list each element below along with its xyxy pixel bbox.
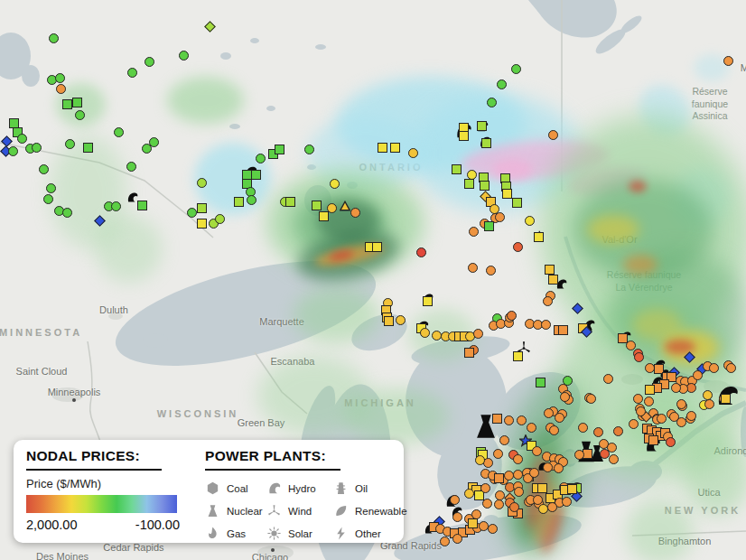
legend-item-label: Wind — [288, 506, 312, 517]
gas-icon — [205, 526, 220, 541]
power-plant-legend-grid: CoalHydroOilNuclearWindRenewableGasSolar… — [205, 477, 416, 545]
hydro-icon — [266, 481, 282, 496]
lake-nipissing — [540, 375, 565, 384]
legend-item-label: Solar — [288, 528, 312, 539]
legend-item-other: Other — [333, 522, 416, 545]
price-scale-min: -100.00 — [135, 518, 180, 532]
price-gradient-bar — [26, 495, 177, 513]
lake-nipigon — [304, 185, 331, 216]
legend-item-nuclear: Nuclear — [205, 499, 265, 522]
price-unit-label: Price ($/MWh) — [26, 477, 180, 490]
legend-item-label: Hydro — [288, 483, 316, 494]
legend-item-oil: Oil — [333, 477, 416, 499]
price-scale-max: 2,000.00 — [26, 518, 77, 532]
solar-icon — [266, 526, 282, 541]
weather-price-map[interactable]: MINNESOTAWISCONSINMICHIGANONTARIONEW YOR… — [0, 0, 746, 560]
legend-item-solar: Solar — [266, 522, 331, 545]
legend-item-hydro: Hydro — [266, 477, 331, 499]
other-icon — [333, 526, 349, 541]
lake-superior — [106, 240, 386, 387]
legend-item-label: Nuclear — [227, 506, 263, 517]
coal-icon — [205, 481, 220, 496]
power-plants-title: POWER PLANTS: — [205, 448, 340, 471]
st-lawrence-river — [652, 403, 746, 466]
mille-lacs-lake — [143, 333, 168, 348]
ottawa-river — [565, 237, 746, 390]
james-bay — [528, 0, 617, 38]
legend-item-wind: Wind — [266, 499, 331, 522]
oil-icon — [333, 481, 349, 496]
legend-item-gas: Gas — [205, 522, 265, 545]
legend-item-label: Other — [355, 528, 381, 539]
legend-item-renewable: Renewable — [333, 499, 416, 522]
legend-item-label: Oil — [355, 483, 368, 494]
legend-item-label: Coal — [227, 483, 248, 494]
lake-champlain — [741, 406, 746, 457]
lake-erie — [391, 505, 584, 560]
power-plants-section: POWER PLANTS: CoalHydroOilNuclearWindRen… — [205, 448, 416, 535]
legend-panel: NODAL PRICES: Price ($/MWh) 2,000.00 -10… — [14, 440, 404, 543]
nodal-prices-title: NODAL PRICES: — [26, 448, 162, 471]
legend-item-label: Renewable — [355, 506, 407, 517]
price-scale: 2,000.00 -100.00 — [26, 518, 180, 532]
renewable-icon — [333, 503, 349, 518]
legend-item-coal: Coal — [205, 477, 265, 499]
wind-icon — [266, 503, 282, 518]
nuclear-icon — [205, 503, 220, 518]
nodal-prices-section: NODAL PRICES: Price ($/MWh) 2,000.00 -10… — [26, 448, 180, 535]
legend-item-label: Gas — [227, 528, 246, 539]
